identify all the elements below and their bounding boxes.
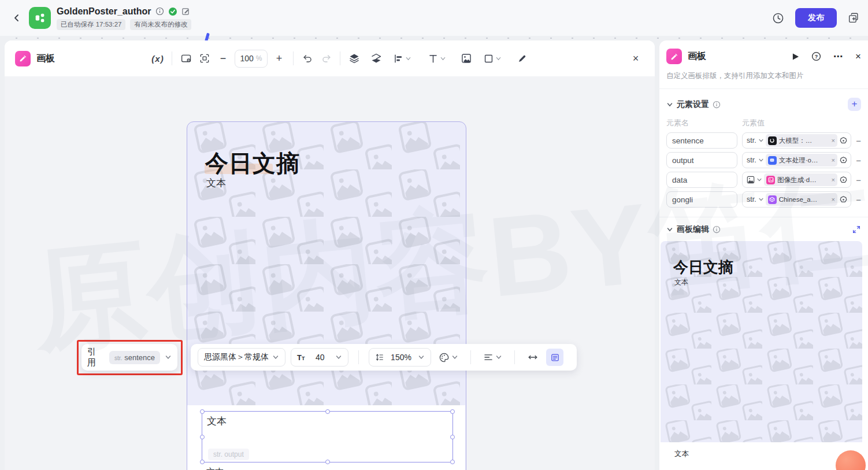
zoom-in-button[interactable]: +	[270, 49, 288, 68]
remove-row-button[interactable]: −	[856, 136, 861, 146]
column-header-name: 元素名	[666, 118, 742, 128]
back-button[interactable]	[8, 9, 25, 27]
text-align-button[interactable]	[481, 352, 505, 362]
align-objects-button[interactable]	[389, 49, 416, 68]
help-icon[interactable]: ?	[811, 51, 821, 61]
node-settings-icon[interactable]	[839, 156, 848, 165]
line-height-select[interactable]: 150%	[369, 348, 431, 367]
chevron-down-icon[interactable]	[666, 101, 673, 108]
element-row-output: str. 文本处理·o… × −	[666, 152, 861, 168]
divider	[659, 217, 868, 217]
chevron-down-icon	[758, 157, 764, 163]
workflow-title: GoldenPoster_author	[57, 6, 151, 17]
element-name-input[interactable]	[666, 172, 737, 188]
remove-row-button[interactable]: −	[856, 195, 861, 205]
close-panel-icon[interactable]: ×	[855, 51, 861, 62]
node-settings-icon[interactable]	[839, 136, 848, 145]
edit-icon[interactable]	[181, 7, 190, 16]
remove-row-button[interactable]: −	[856, 175, 861, 185]
poster-subtitle[interactable]: 文本	[206, 176, 226, 190]
text-tool-button[interactable]	[424, 49, 450, 68]
undo-button[interactable]	[298, 49, 317, 68]
canvas-settings-button[interactable]	[177, 49, 195, 68]
zoom-level-input[interactable]: 100%	[235, 50, 268, 68]
font-size-select[interactable]: TT 40	[291, 348, 348, 367]
chevron-down-icon[interactable]	[666, 226, 673, 233]
selected-text: 文本	[207, 415, 227, 428]
resize-handle[interactable]	[200, 435, 205, 439]
element-name-input[interactable]	[666, 191, 737, 208]
remove-ref-icon[interactable]: ×	[832, 137, 835, 144]
remove-ref-icon[interactable]: ×	[832, 157, 835, 164]
pen-tool-button[interactable]	[513, 49, 531, 68]
element-value-select[interactable]: str. 文本处理·o… ×	[742, 152, 851, 168]
llm-node-icon	[768, 136, 777, 145]
font-size-icon: TT	[297, 353, 305, 362]
resize-handle[interactable]	[450, 435, 455, 439]
poster-bottom-text[interactable]: 文本	[206, 467, 224, 470]
preview-white-section	[661, 442, 862, 470]
verified-icon	[168, 7, 177, 16]
element-name-input[interactable]	[666, 152, 737, 168]
reference-dropdown[interactable]: 引用 str.sentence	[81, 344, 177, 371]
resize-handle[interactable]	[450, 460, 455, 464]
auto-width-button[interactable]	[525, 351, 541, 363]
more-icon[interactable]: ⋯	[833, 51, 843, 62]
remove-ref-icon[interactable]: ×	[832, 176, 835, 183]
divider	[470, 350, 471, 364]
info-icon[interactable]	[713, 101, 721, 109]
publish-button[interactable]: 发布	[795, 8, 837, 28]
resize-handle[interactable]	[200, 409, 205, 414]
poster-title[interactable]: 今日文摘	[205, 147, 300, 179]
chevron-down-icon	[758, 138, 764, 143]
unpublished-badge: 有尚未发布的修改	[130, 19, 191, 30]
close-canvas-button[interactable]: ×	[627, 53, 644, 65]
chevron-down-icon	[335, 354, 342, 361]
send-backward-button[interactable]	[367, 49, 385, 68]
palette-icon	[439, 352, 450, 363]
resize-handle[interactable]	[200, 460, 205, 464]
font-family-select[interactable]: 思源黑体＞常规体	[198, 348, 285, 367]
remove-row-button[interactable]: −	[856, 156, 861, 165]
fit-screen-button[interactable]	[195, 49, 214, 68]
bring-forward-button[interactable]	[345, 49, 363, 68]
board-icon	[666, 49, 682, 64]
redo-button[interactable]	[317, 49, 335, 68]
info-icon[interactable]	[155, 7, 164, 16]
node-settings-icon[interactable]	[839, 176, 848, 184]
duplicate-window-icon[interactable]	[847, 12, 860, 24]
element-value-select[interactable]: str. Chinese_a… ×	[742, 191, 851, 208]
resize-handle[interactable]	[325, 460, 330, 464]
element-name-input[interactable]	[666, 132, 737, 149]
canvas-area[interactable]: 今日文摘 文本 文本 str. output 文本	[5, 76, 655, 470]
history-icon[interactable]	[771, 12, 785, 25]
canvas-title: 画板	[36, 53, 55, 65]
board-preview[interactable]: 今日文摘 文本 文本	[661, 241, 862, 470]
remove-ref-icon[interactable]: ×	[832, 196, 835, 203]
resize-handle[interactable]	[450, 409, 455, 414]
expand-icon[interactable]	[852, 225, 861, 234]
variables-button[interactable]: (x)	[149, 49, 167, 68]
selected-text-element[interactable]: 文本 str. output	[202, 411, 453, 462]
resize-handle[interactable]	[325, 409, 330, 414]
image-tool-button[interactable]	[457, 49, 476, 68]
preview-title: 今日文摘	[673, 257, 733, 277]
poster-card[interactable]: 今日文摘 文本 文本 str. output 文本	[187, 121, 466, 470]
output-ref-tag: str. output	[208, 449, 249, 460]
element-value-select[interactable]: 图像生成·d… ×	[742, 172, 851, 188]
text-box-mode-button[interactable]	[546, 349, 563, 366]
board-edit-title: 画板编辑	[677, 224, 709, 235]
divider	[358, 350, 359, 364]
divider	[514, 350, 515, 364]
add-element-button[interactable]: +	[848, 98, 861, 111]
node-settings-icon[interactable]	[839, 195, 848, 204]
top-bar: GoldenPoster_author 已自动保存 17:53:27 有尚未发布…	[0, 0, 868, 36]
element-value-select[interactable]: str. 大模型：… ×	[742, 132, 851, 149]
info-icon[interactable]	[713, 225, 721, 234]
zoom-out-button[interactable]: −	[214, 49, 232, 68]
text-color-button[interactable]	[436, 352, 461, 363]
element-row-sentence: str. 大模型：… × −	[666, 132, 861, 149]
shape-tool-button[interactable]	[479, 49, 506, 68]
autosave-badge: 已自动保存 17:53:27	[57, 19, 125, 30]
run-icon[interactable]	[792, 53, 799, 61]
